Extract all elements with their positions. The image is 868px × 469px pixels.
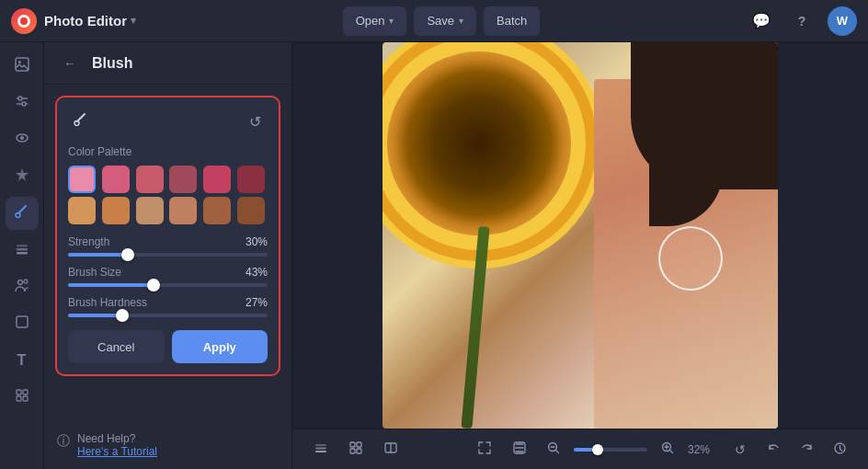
brush-tool-button[interactable] — [68, 109, 94, 134]
sidebar-eye-btn[interactable] — [6, 123, 39, 156]
color-swatch-c6[interactable] — [237, 166, 265, 193]
color-swatch-c10[interactable] — [169, 197, 197, 224]
sidebar-template-btn[interactable] — [6, 381, 39, 414]
sidebar-adjust-btn[interactable] — [6, 86, 39, 120]
svg-rect-28 — [350, 449, 355, 453]
brush-icon — [14, 203, 30, 223]
open-button[interactable]: Open ▾ — [343, 6, 407, 36]
text-icon: T — [17, 352, 27, 369]
strength-value: 30% — [246, 235, 268, 248]
brush-size-slider-fill — [68, 283, 154, 287]
blush-panel-inner: ↺ Color Palette Strength 30% — [55, 96, 280, 376]
help-icon-button[interactable]: ? — [787, 6, 817, 36]
zoom-in-button[interactable] — [655, 437, 680, 463]
history-reset-button[interactable]: ↺ — [726, 436, 754, 463]
history-button[interactable] — [826, 436, 853, 463]
sidebar-text-btn[interactable]: T — [6, 344, 39, 377]
icon-sidebar: T — [0, 42, 44, 469]
sidebar-layers-btn[interactable] — [6, 234, 39, 267]
need-help-text: Need Help? — [77, 432, 157, 445]
strength-section: Strength 30% — [68, 235, 268, 257]
zoom-out-button[interactable] — [541, 437, 566, 463]
color-swatch-c5[interactable] — [203, 166, 231, 193]
strength-slider-fill — [68, 253, 128, 257]
sidebar-shape-btn[interactable] — [6, 307, 39, 340]
color-swatch-c4[interactable] — [169, 166, 197, 193]
svg-point-22 — [74, 121, 79, 126]
blush-overlay-circle — [658, 226, 723, 291]
toolbar-right-buttons: ↺ — [726, 436, 853, 463]
svg-marker-10 — [16, 168, 29, 181]
undo-button[interactable] — [760, 436, 787, 463]
grid-toolbar-icon — [348, 440, 363, 458]
reset-icon: ↺ — [249, 113, 261, 131]
svg-point-7 — [22, 102, 26, 106]
color-swatch-c9[interactable] — [136, 197, 164, 224]
color-palette-label: Color Palette — [68, 145, 268, 158]
sidebar-people-btn[interactable] — [6, 270, 39, 303]
open-chevron: ▾ — [389, 16, 394, 26]
zoom-controls: 32% — [471, 436, 719, 463]
reset-button[interactable]: ↺ — [242, 109, 268, 134]
left-panel: ← Blush ↺ — [44, 42, 292, 469]
help-icon: ? — [798, 14, 806, 29]
apply-button[interactable]: Apply — [172, 330, 268, 363]
sidebar-magic-btn[interactable] — [6, 160, 39, 193]
brush-hardness-label: Brush Hardness — [68, 296, 147, 309]
brush-size-section: Brush Size 43% — [68, 266, 268, 287]
color-swatch-c3[interactable] — [136, 166, 164, 193]
app-title-group[interactable]: Photo Editor ▾ — [44, 13, 136, 29]
brush-hardness-slider-thumb[interactable] — [116, 309, 129, 322]
color-swatch-c11[interactable] — [203, 197, 231, 224]
svg-rect-12 — [17, 245, 28, 247]
magic-icon — [14, 166, 30, 187]
undo-icon — [767, 441, 781, 458]
color-swatch-c7[interactable] — [68, 197, 96, 224]
svg-line-35 — [556, 451, 559, 453]
panel-back-button[interactable]: ← — [57, 51, 83, 76]
zoom-in-icon — [661, 441, 674, 457]
svg-rect-18 — [17, 390, 21, 395]
svg-rect-26 — [350, 442, 355, 447]
brush-size-slider-track — [68, 283, 268, 287]
save-button[interactable]: Save ▾ — [414, 6, 476, 36]
svg-rect-17 — [17, 316, 28, 327]
layers-toolbar-button[interactable] — [307, 436, 335, 463]
user-avatar[interactable]: W — [828, 6, 857, 36]
people-icon — [14, 277, 30, 297]
color-swatch-c1[interactable] — [68, 166, 96, 193]
blush-panel: ↺ Color Palette Strength 30% — [44, 85, 291, 421]
strength-slider-thumb[interactable] — [121, 248, 134, 261]
color-palette — [68, 166, 268, 224]
zoom-slider[interactable] — [574, 448, 647, 452]
save-chevron: ▾ — [459, 16, 463, 26]
svg-point-6 — [18, 97, 22, 100]
brush-hardness-slider-fill — [68, 314, 122, 317]
bottom-toolbar: 32% ↺ — [292, 429, 868, 469]
sidebar-brush-btn[interactable] — [6, 197, 39, 230]
sidebar-image-btn[interactable] — [6, 50, 39, 83]
svg-point-3 — [18, 61, 21, 63]
color-swatch-c12[interactable] — [237, 197, 265, 224]
color-swatch-c8[interactable] — [102, 197, 130, 224]
template-icon — [14, 387, 30, 407]
comment-icon-button[interactable]: 💬 — [747, 6, 776, 36]
cancel-button[interactable]: Cancel — [68, 330, 165, 363]
fit-screen-icon — [477, 440, 492, 458]
batch-button[interactable]: Batch — [484, 6, 540, 36]
color-swatch-c2[interactable] — [102, 166, 130, 193]
strength-label: Strength — [68, 235, 109, 248]
brush-hardness-section: Brush Hardness 27% — [68, 296, 268, 317]
tutorial-link[interactable]: Here's a Tutorial — [77, 445, 157, 458]
eye-icon — [14, 130, 30, 150]
actual-size-button[interactable] — [506, 436, 533, 463]
brush-size-label: Brush Size — [68, 266, 121, 279]
redo-button[interactable] — [793, 436, 820, 463]
fit-screen-button[interactable] — [471, 436, 498, 463]
brush-size-slider-thumb[interactable] — [147, 279, 160, 292]
panel-header: ← Blush — [44, 42, 291, 85]
compare-toolbar-button[interactable] — [377, 436, 405, 463]
grid-toolbar-button[interactable] — [342, 436, 370, 463]
svg-rect-21 — [23, 396, 28, 401]
brush-hardness-slider-track — [68, 314, 268, 317]
